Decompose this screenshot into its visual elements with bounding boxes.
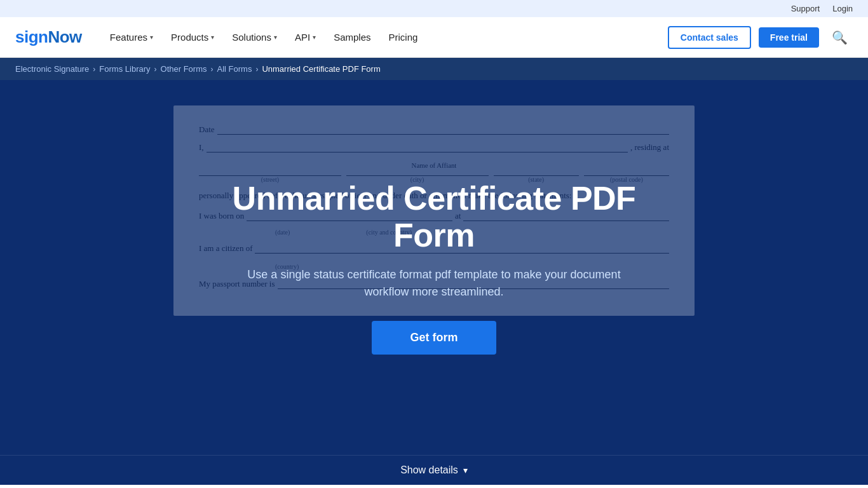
nav-api-label: API — [295, 32, 310, 43]
date-underline — [217, 125, 669, 135]
logo-sign-text: sign — [15, 27, 48, 46]
form-line-date: Date — [199, 125, 669, 135]
free-trial-button[interactable]: Free trial — [759, 27, 819, 48]
show-details-button[interactable]: Show details ▾ — [400, 464, 468, 476]
products-chevron-icon: ▾ — [211, 34, 214, 41]
hero-title: Unmarried Certificate PDF Form — [224, 180, 644, 253]
show-details-label: Show details — [400, 464, 458, 476]
breadcrumb-item-electronic-signature[interactable]: Electronic Signature — [15, 64, 89, 74]
api-chevron-icon: ▾ — [313, 34, 316, 41]
contact-sales-button[interactable]: Contact sales — [668, 26, 751, 49]
nav-samples-label: Samples — [334, 32, 370, 43]
breadcrumb-separator-1: › — [93, 65, 95, 74]
hero-section: Date I, , residing at Name of Affiant (s… — [0, 80, 868, 455]
name-underline — [207, 142, 628, 152]
nav-features[interactable]: Features ▾ — [102, 27, 161, 48]
breadcrumb-item-all-forms[interactable]: All Forms — [217, 64, 252, 74]
breadcrumb: Electronic Signature › Forms Library › O… — [0, 58, 868, 80]
chevron-down-icon: ▾ — [463, 465, 468, 475]
support-link[interactable]: Support — [791, 4, 820, 13]
nav-links: Features ▾ Products ▾ Solutions ▾ API ▾ … — [102, 27, 668, 48]
breadcrumb-separator-3: › — [211, 65, 214, 74]
show-details-bar: Show details ▾ — [0, 455, 868, 485]
nav-solutions[interactable]: Solutions ▾ — [224, 27, 285, 48]
nav-products-label: Products — [171, 32, 208, 43]
hero-content: Unmarried Certificate PDF Form Use a sin… — [212, 155, 656, 379]
logo-now-text: Now — [48, 27, 81, 46]
breadcrumb-separator-4: › — [255, 65, 258, 74]
nav-features-label: Features — [110, 32, 147, 43]
breadcrumb-separator-2: › — [154, 65, 157, 74]
login-link[interactable]: Login — [832, 4, 853, 13]
features-chevron-icon: ▾ — [150, 34, 153, 41]
nav-products[interactable]: Products ▾ — [163, 27, 222, 48]
breadcrumb-item-other-forms[interactable]: Other Forms — [161, 64, 207, 74]
nav-pricing-label: Pricing — [389, 32, 418, 43]
hero-subtitle: Use a single status certificate format p… — [224, 266, 644, 301]
form-line-name: I, , residing at — [199, 142, 669, 152]
name-suffix: , residing at — [630, 142, 669, 152]
search-icon[interactable]: 🔍 — [827, 25, 853, 50]
nav-samples[interactable]: Samples — [326, 27, 378, 48]
date-label: Date — [199, 125, 215, 135]
nav-solutions-label: Solutions — [232, 32, 271, 43]
get-form-button[interactable]: Get form — [372, 321, 496, 355]
name-prefix: I, — [199, 142, 204, 152]
navbar: signNow Features ▾ Products ▾ Solutions … — [0, 17, 868, 58]
breadcrumb-item-forms-library[interactable]: Forms Library — [99, 64, 150, 74]
nav-api[interactable]: API ▾ — [287, 27, 323, 48]
nav-actions: Contact sales Free trial 🔍 — [668, 25, 853, 50]
logo[interactable]: signNow — [15, 27, 82, 47]
breadcrumb-current: Unmarried Certificate PDF Form — [262, 64, 380, 74]
solutions-chevron-icon: ▾ — [274, 34, 277, 41]
top-bar: Support Login — [0, 0, 868, 17]
nav-pricing[interactable]: Pricing — [381, 27, 426, 48]
